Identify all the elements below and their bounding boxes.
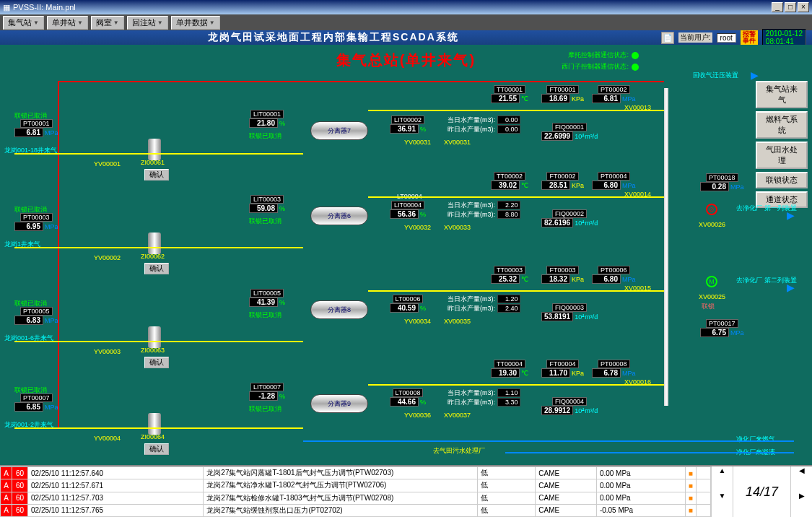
xv37: XV00037 <box>444 412 471 419</box>
menu-data[interactable]: 单井数据 <box>171 16 220 30</box>
system-title: 龙岗气田试采地面工程内部集输工程SCADA系统 <box>6 31 661 44</box>
fiq1: FIQ0000122.699910⁴m³/d <box>541 123 598 141</box>
page-subtitle: 集气总站(单井来气) <box>336 51 476 70</box>
confirm1[interactable]: 确认 <box>144 169 169 181</box>
scroll-down[interactable]: ▼ <box>712 492 733 517</box>
alarm-table: A6002/25/10 11:12:57.640龙岗27集气站闪蒸罐T-1801… <box>0 466 711 517</box>
pipe <box>303 440 794 442</box>
sep9: 分离器9 <box>310 394 368 413</box>
lit8: LT0000844.66% <box>390 388 426 407</box>
datetime: 2010-01-1208:01:41 <box>762 29 806 46</box>
menu-huizhu[interactable]: 回注站 <box>127 16 168 30</box>
zi64: ZI00064 <box>141 433 165 440</box>
status-moto: 摩托控制器通信状态: <box>568 51 639 60</box>
close-button[interactable]: × <box>798 2 809 12</box>
nav-water[interactable]: 气田水处理 <box>756 142 808 169</box>
bot2: 净化厂来燃气 <box>736 435 775 444</box>
sep6: 分离器6 <box>310 207 368 225</box>
zi61: ZI00061 <box>141 159 165 166</box>
out1: 回收气迁压装置 <box>693 71 738 80</box>
menu-jiqi[interactable]: 集气站 <box>3 16 44 30</box>
alarm-row[interactable]: A6002/25/10 11:12:57.703龙岗27集气站检修水罐T-180… <box>1 492 711 504</box>
menu-fashi[interactable]: 阀室 <box>91 16 124 30</box>
page-next[interactable]: ▶ <box>791 492 812 517</box>
arrow-out1: ▶ <box>751 69 759 81</box>
user-field: root <box>717 33 736 43</box>
yv34: YV00034 <box>404 318 431 325</box>
pipe <box>368 196 664 198</box>
pipe <box>58 81 59 427</box>
zi63: ZI00063 <box>141 347 165 354</box>
alarm-row[interactable]: A6002/25/10 11:12:57.640龙岗27集气站闪蒸罐T-1801… <box>1 467 711 479</box>
fiq2: FIQ0000282.619610⁴m³/d <box>541 209 598 227</box>
lit2: LIT0000236.91% <box>390 116 426 134</box>
pipe <box>58 81 664 82</box>
tank3 <box>148 326 161 348</box>
tt4: TT0000419.30℃ <box>491 360 528 378</box>
pt00007: PT000076.85MPa <box>14 394 58 412</box>
alarm-panel: A6002/25/10 11:12:57.640龙岗27集气站闪蒸罐T-1801… <box>0 465 812 517</box>
nav-ranliao[interactable]: 燃料气系统 <box>756 111 808 139</box>
fiq3: FIQ0000353.819110⁴m³/d <box>541 303 598 321</box>
pt8: PT000086.78MPa <box>592 360 636 378</box>
maximize-button[interactable]: □ <box>785 2 796 12</box>
lock-lit1: 联锁已取消 <box>249 131 281 141</box>
manifold <box>664 88 668 406</box>
minimize-button[interactable]: _ <box>772 2 783 12</box>
alarm-row[interactable]: A6002/25/10 11:12:57.671龙岗27集气站净水罐T-1802… <box>1 479 711 492</box>
xv26: XV00026 <box>699 221 725 228</box>
xv33: XV00033 <box>444 224 471 231</box>
tt3: TT0000325.32℃ <box>491 266 528 284</box>
window-icon: ▦ <box>3 3 10 12</box>
lit7: LIT00007-1.28% <box>249 383 285 401</box>
lock-lit7: 联锁已取消 <box>249 404 281 414</box>
alarm-row[interactable]: A6002/25/10 11:12:57.765龙岗27集气站缓蚀剂泵出口压力(… <box>1 504 711 516</box>
tank1 <box>148 139 161 160</box>
sep8: 分离器8 <box>310 300 368 319</box>
scroll-up[interactable]: ▲ <box>712 466 733 492</box>
nav-jiqilaiqi[interactable]: 集气站来气 <box>756 81 808 108</box>
menu-danjing[interactable]: 单井站 <box>47 16 88 30</box>
zi62: ZI00062 <box>141 253 165 260</box>
stop-icon: ⊘ <box>706 204 717 215</box>
nav-lock[interactable]: 联锁状态 <box>756 172 808 188</box>
xv25: XV00025 <box>699 293 725 300</box>
day1: 当日水产量(m3): 0.00昨日水产量(m3): 0.00 <box>448 116 520 134</box>
pt00003: PT000036.95MPa <box>14 213 58 231</box>
go-icon: M <box>706 276 717 287</box>
pt6: PT000066.80MPa <box>592 266 636 284</box>
lock-xv25: 联锁 <box>702 302 715 311</box>
xv35: XV00035 <box>444 318 471 325</box>
yv3: YV00003 <box>94 348 121 355</box>
pipe <box>368 290 664 292</box>
pt4: PT000046.80MPa <box>592 172 636 190</box>
yv36: YV00036 <box>404 412 431 419</box>
pipe <box>14 247 303 248</box>
day2: 当日水产量(m3): 2.20昨日水产量(m3): 8.80 <box>448 201 520 220</box>
doc-icon[interactable]: 📄 <box>661 32 674 44</box>
pt00005: PT000056.83MPa <box>14 307 58 325</box>
ft1: FT0000118.69KPa <box>541 85 584 103</box>
lit3: LIT0000359.08% <box>249 195 285 213</box>
confirm2[interactable]: 确认 <box>144 263 169 274</box>
ft4: FT0000411.70KPa <box>541 360 584 378</box>
xv31: XV00031 <box>444 139 471 146</box>
tank2 <box>148 233 161 254</box>
titlebar: ▦ PVSS-II: Main.pnl _ □ × <box>0 0 812 14</box>
page-prev[interactable]: ◀ <box>791 466 812 492</box>
alarm-pager: 14/17 <box>733 466 790 517</box>
ft2: FT0000228.51KPa <box>541 172 584 190</box>
pipe <box>14 153 303 155</box>
yv4: YV00004 <box>94 435 121 442</box>
fiq4: FIQ0000428.991210⁴m³/d <box>541 397 598 415</box>
header: 龙岗气田试采地面工程内部集输工程SCADA系统 📄 当前用户: root 报警 … <box>0 30 812 45</box>
alarm-button[interactable]: 报警 事件 <box>741 30 758 45</box>
lit1: LIT0000121.80% <box>249 110 285 128</box>
yv31: YV00031 <box>404 139 431 146</box>
confirm3[interactable]: 确认 <box>144 357 169 368</box>
confirm4[interactable]: 确认 <box>144 443 169 455</box>
lit5: LIT0000541.39% <box>249 289 285 307</box>
pt2: PT000026.81MPa <box>592 85 636 103</box>
tt2: TT0000239.02℃ <box>491 172 528 190</box>
ft3: FT0000318.32KPa <box>541 266 584 284</box>
